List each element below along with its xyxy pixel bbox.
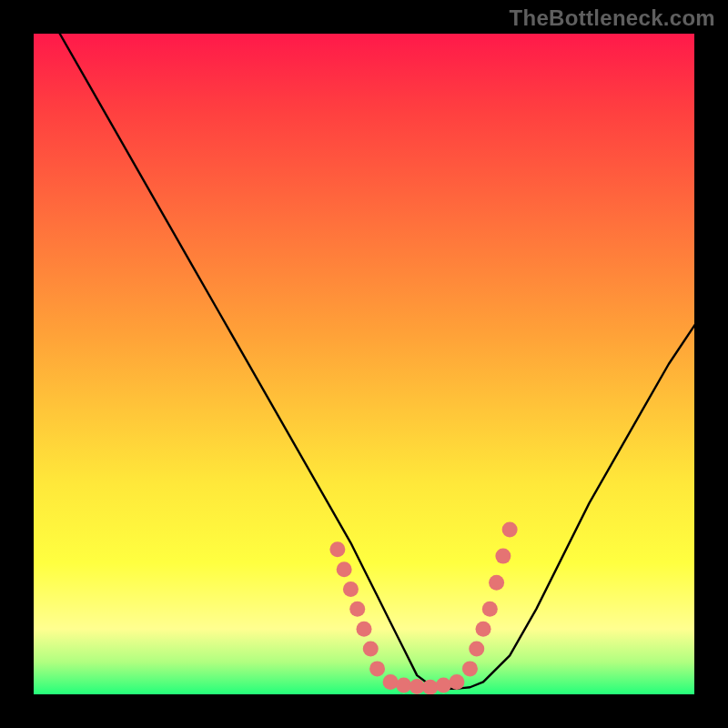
dot-left	[349, 602, 365, 617]
dot-right	[495, 549, 511, 564]
dot-left	[369, 661, 385, 676]
chart-svg	[33, 33, 695, 695]
dot-left	[343, 581, 359, 597]
dot-valley	[436, 678, 451, 693]
dot-right	[476, 622, 491, 637]
dot-right	[482, 602, 498, 617]
dot-valley	[410, 679, 425, 694]
dot-right	[469, 642, 484, 657]
dot-right	[502, 522, 518, 538]
dot-left	[363, 642, 379, 657]
dot-right	[462, 661, 478, 676]
dot-valley	[422, 680, 438, 695]
dot-valley	[396, 678, 411, 693]
dot-left	[329, 541, 345, 557]
dot-valley	[449, 674, 464, 690]
gradient-background	[33, 33, 695, 695]
plot-area	[33, 33, 695, 695]
dot-left	[357, 622, 372, 637]
dot-valley	[383, 674, 399, 690]
dot-right	[489, 575, 504, 591]
dot-left	[337, 561, 352, 577]
chart-container: TheBottleneck.com	[0, 0, 728, 728]
watermark-text: TheBottleneck.com	[510, 5, 715, 31]
